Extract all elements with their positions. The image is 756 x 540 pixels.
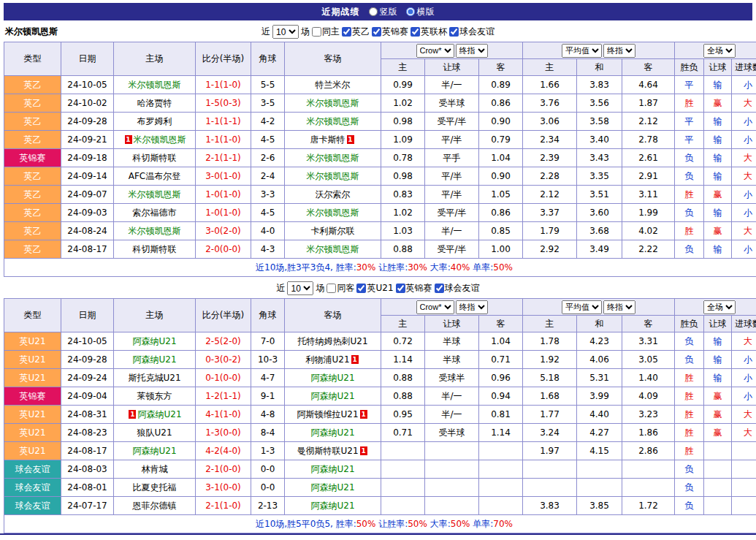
- odds-select[interactable]: Crow*: [416, 300, 454, 314]
- recent-count-select[interactable]: 10: [287, 281, 313, 295]
- team-link[interactable]: 沃尔索尔: [316, 189, 351, 199]
- view-radio-horizontal[interactable]: [406, 7, 415, 16]
- team-link[interactable]: 米尔顿凯恩斯: [134, 134, 186, 145]
- view-label-vertical: 竖版: [380, 6, 397, 18]
- cell-corner: 3-5: [251, 94, 285, 113]
- league-checkbox[interactable]: [356, 284, 366, 293]
- league-checkbox[interactable]: [449, 27, 459, 37]
- team-link[interactable]: 米尔顿凯恩斯: [307, 208, 359, 218]
- team-link[interactable]: 阿森纳U21: [132, 446, 176, 456]
- same-side-checkbox[interactable]: [312, 27, 321, 37]
- odds-select[interactable]: 终指: [603, 44, 635, 58]
- team-link[interactable]: 托特纳姆热刺U21: [297, 336, 367, 346]
- team-link[interactable]: 阿斯顿维拉U21: [297, 409, 358, 419]
- cell-result-handicap: 输: [704, 149, 732, 167]
- team-link[interactable]: 林肯城: [142, 464, 168, 474]
- team-link[interactable]: 阿森纳U21: [310, 482, 354, 493]
- league-label: 球会友谊: [445, 282, 480, 294]
- league-checkbox[interactable]: [342, 27, 351, 37]
- league-filter[interactable]: 球会友谊: [449, 26, 495, 38]
- league-checkbox[interactable]: [396, 284, 405, 293]
- odds-select[interactable]: 平均值: [562, 44, 602, 58]
- odds-select[interactable]: 全场: [703, 44, 736, 58]
- cell-avg-away: 1.86: [622, 424, 675, 442]
- team-link[interactable]: 米尔顿凯恩斯: [129, 189, 181, 199]
- odds-select[interactable]: 终指: [603, 300, 635, 314]
- team-link[interactable]: AFC温布尔登: [129, 171, 181, 181]
- cell-avg-draw: 3.99: [577, 387, 622, 406]
- cell-odds-home: [381, 460, 425, 479]
- cell-score: 3-1(0-0): [196, 479, 251, 497]
- league-checkbox[interactable]: [435, 284, 444, 293]
- team-link[interactable]: 布罗姆利: [137, 116, 172, 126]
- cell-odds-handicap: 受球半: [425, 369, 479, 387]
- odds-select[interactable]: Crow*: [416, 44, 454, 58]
- league-filter[interactable]: 英U21: [356, 282, 393, 294]
- team-link[interactable]: 恩菲尔德镇: [133, 501, 177, 511]
- cell-odds-away: [479, 479, 523, 497]
- team-link[interactable]: 阿森纳U21: [132, 354, 176, 365]
- match-row: 英乙24-09-07米尔顿凯恩斯1-0(1-0)3-3沃尔索尔0.83平/半1.…: [4, 186, 756, 204]
- filter-bar: 米尔顿凯恩斯近10场同主英乙英锦赛英联杯球会友谊: [4, 22, 752, 42]
- cell-result-goals: [732, 497, 756, 515]
- team-link[interactable]: 阿森纳U21: [310, 391, 354, 401]
- cell-date: 24-09-07: [61, 186, 114, 204]
- same-side-checkbox[interactable]: [327, 284, 336, 293]
- cell-league-type: 英锦赛: [4, 387, 61, 406]
- same-side-filter[interactable]: 同客: [327, 282, 354, 294]
- team-link[interactable]: 米尔顿凯恩斯: [307, 153, 359, 163]
- cell-result-handicap: [704, 442, 732, 460]
- team-link[interactable]: 阿森纳U21: [310, 464, 354, 474]
- league-filter[interactable]: 英联杯: [411, 26, 447, 38]
- team-link[interactable]: 阿森纳U21: [310, 427, 354, 438]
- odds-select[interactable]: 全场: [703, 300, 736, 314]
- same-side-filter[interactable]: 同主: [312, 26, 340, 38]
- odds-select[interactable]: 平均值: [562, 300, 602, 314]
- odds-select[interactable]: 终指: [456, 300, 488, 314]
- league-checkbox[interactable]: [372, 27, 381, 37]
- team-link[interactable]: 特兰米尔: [316, 80, 351, 90]
- team-link[interactable]: 比夏史托福: [133, 482, 177, 493]
- sub-col-header: 主: [523, 59, 577, 76]
- team-link[interactable]: 斯托克城U21: [128, 373, 180, 383]
- team-link[interactable]: 阿森纳U21: [310, 501, 354, 511]
- cell-odds-home: 1.02: [381, 204, 425, 222]
- team-link[interactable]: 莱顿东方: [137, 391, 172, 401]
- team-link[interactable]: 哈洛贾特: [137, 98, 172, 108]
- team-link[interactable]: 米尔顿凯恩斯: [307, 116, 359, 126]
- view-option-vertical[interactable]: 竖版: [369, 6, 397, 18]
- league-filter[interactable]: 英乙: [342, 26, 370, 38]
- team-link[interactable]: 阿森纳U21: [132, 336, 176, 346]
- team-link[interactable]: 曼彻斯特联U21: [297, 446, 358, 456]
- team-link[interactable]: 米尔顿凯恩斯: [129, 80, 181, 90]
- team-link[interactable]: 卡利斯尔联: [311, 226, 355, 236]
- league-filter[interactable]: 球会友谊: [435, 282, 480, 294]
- league-filter[interactable]: 英锦赛: [372, 26, 408, 38]
- team-link[interactable]: 科切斯特联: [133, 244, 177, 254]
- cell-odds-home: 0.72: [381, 332, 425, 351]
- league-checkbox[interactable]: [411, 27, 420, 37]
- team-link[interactable]: 利物浦U21: [305, 354, 349, 365]
- team-link[interactable]: 米尔顿凯恩斯: [307, 171, 359, 181]
- cell-result-wl: 胜: [675, 186, 704, 204]
- odds-select[interactable]: 终指: [456, 44, 488, 58]
- cell-result-handicap: 输: [704, 167, 732, 186]
- cell-home-team: 布罗姆利: [114, 113, 196, 131]
- cell-home-team: 米尔顿凯恩斯: [114, 186, 196, 204]
- view-option-horizontal[interactable]: 横版: [406, 6, 435, 18]
- team-link[interactable]: 阿森纳U21: [310, 373, 354, 383]
- view-radio-vertical[interactable]: [369, 7, 378, 16]
- team-link[interactable]: 米尔顿凯恩斯: [307, 98, 359, 108]
- team-link[interactable]: 米尔顿凯恩斯: [129, 226, 181, 236]
- team-link[interactable]: 索尔福德市: [133, 208, 177, 218]
- team-link[interactable]: 米尔顿凯恩斯: [307, 244, 359, 254]
- league-filter[interactable]: 英锦赛: [396, 282, 432, 294]
- team-link[interactable]: 唐卡斯特: [310, 134, 345, 145]
- cell-score: 4-2(4-0): [196, 442, 251, 460]
- team-link[interactable]: 阿森纳U21: [137, 409, 181, 419]
- summary-segment: 40%: [451, 262, 470, 273]
- cell-result-goals: 大: [732, 94, 756, 113]
- team-link[interactable]: 科切斯特联: [133, 153, 177, 163]
- team-link[interactable]: 狼队U21: [137, 427, 172, 438]
- recent-count-select[interactable]: 10: [272, 25, 299, 39]
